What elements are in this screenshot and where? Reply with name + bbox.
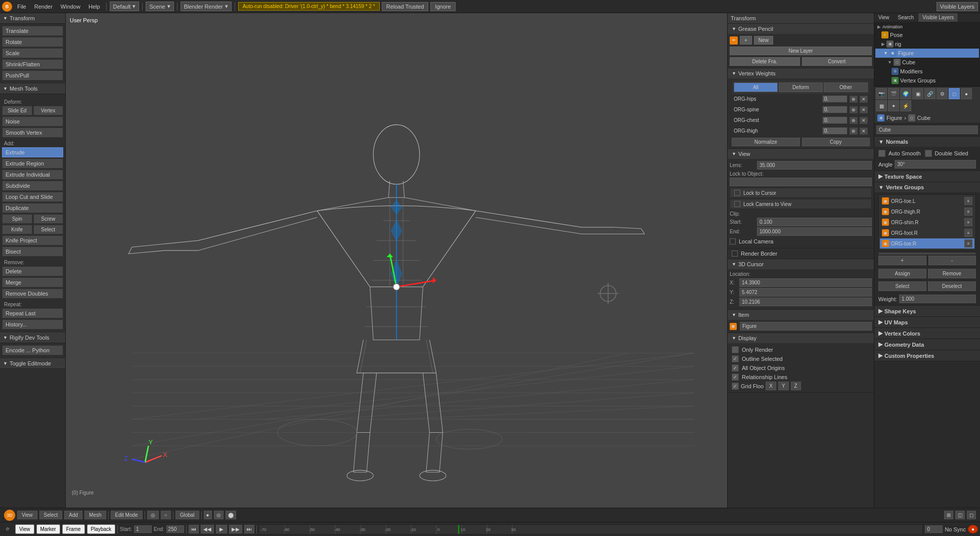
remove-doubles-btn[interactable]: Remove Doubles	[2, 288, 63, 299]
grease-pencil-header[interactable]: ▼ Grease Pencil	[728, 24, 874, 34]
timeline-marker-btn[interactable]: Marker	[36, 524, 60, 534]
shrink-flatten-btn[interactable]: Shrink/Flatten	[2, 59, 63, 69]
cursor-x-input[interactable]	[739, 278, 872, 287]
merge-btn[interactable]: Merge	[2, 277, 63, 287]
gp-new-btn[interactable]: New	[754, 36, 773, 45]
view-section-header[interactable]: ▼ View	[728, 149, 874, 159]
timeline-view-btn[interactable]: View	[15, 524, 34, 534]
shape-keys-header[interactable]: ▶ Shape Keys	[874, 306, 980, 316]
renderer-selector[interactable]: Blender Render ▾	[181, 2, 232, 11]
item-header[interactable]: ▼ Item	[728, 310, 874, 320]
noise-btn[interactable]: Noise	[2, 116, 63, 127]
vg-remove-btn[interactable]: -	[928, 256, 976, 265]
outliner-vertex-groups[interactable]: ▣ Vertex Groups	[875, 76, 979, 85]
menu-render[interactable]: Render	[31, 3, 56, 11]
snap-btn[interactable]: ⊞	[944, 511, 953, 519]
mesh-tools-section-header[interactable]: ▼ Mesh Tools	[0, 84, 65, 94]
scale-btn[interactable]: Scale	[2, 48, 63, 58]
vw-chest-btn1[interactable]: ⊕	[850, 117, 858, 124]
extrude-region-btn[interactable]: Extrude Region	[2, 158, 63, 169]
geometry-data-header[interactable]: ▶ Geometry Data	[874, 339, 980, 350]
duplicate-btn[interactable]: Duplicate	[2, 203, 63, 213]
pivot-btn[interactable]: ◎	[147, 511, 159, 519]
grid-y-btn[interactable]: Y	[778, 382, 789, 390]
weight-input[interactable]	[899, 295, 976, 303]
visible-layers[interactable]: Visible Layers	[937, 2, 978, 11]
rotate-btn[interactable]: Rotate	[2, 37, 63, 47]
prop-icon-render[interactable]: 📷	[876, 88, 887, 99]
uv-maps-header[interactable]: ▶ UV Maps	[874, 317, 980, 327]
smooth-vertex-btn[interactable]: Smooth Vertex	[2, 128, 63, 138]
engine-selector[interactable]: Default ▾	[110, 2, 140, 11]
prop-icon-data[interactable]: ◻	[949, 88, 960, 99]
vw-tab-all[interactable]: All	[734, 83, 778, 92]
timeline-playback-btn[interactable]: Playback	[87, 524, 116, 534]
overlay-btn[interactable]: ◫	[955, 511, 965, 519]
outliner-animation[interactable]: ▶ Animation	[875, 23, 979, 30]
play-btn[interactable]: ▶	[216, 525, 227, 533]
vw-thigh-btn1[interactable]: ⊕	[850, 128, 858, 135]
outliner-figure[interactable]: ▼ ▣ Figure	[875, 49, 979, 58]
custom-properties-header[interactable]: ▶ Custom Properties	[874, 350, 980, 361]
mesh-menu-btn[interactable]: Mesh	[84, 511, 106, 519]
vg-select-btn[interactable]: Select	[878, 281, 926, 291]
transform-global-btn[interactable]: Global	[175, 511, 199, 519]
prev-keyframe-btn[interactable]: ◀◀	[201, 525, 214, 533]
vg-thigh-r-select-btn[interactable]: ≡	[964, 208, 972, 216]
scene-selector[interactable]: Scene ▾	[146, 2, 173, 11]
delete-btn[interactable]: Delete	[2, 266, 63, 276]
vertex-btn[interactable]: Vertex	[33, 106, 64, 115]
vw-chest-value[interactable]	[822, 116, 848, 124]
end-value-input[interactable]	[166, 525, 184, 533]
vw-hips-value[interactable]	[822, 95, 848, 103]
repeat-last-btn[interactable]: Repeat Last	[2, 308, 63, 318]
select-btn[interactable]: Select	[33, 225, 64, 234]
next-keyframe-btn[interactable]: ▶▶	[229, 525, 242, 533]
extrude-btn[interactable]: Extrude	[2, 147, 63, 157]
relationship-lines-check[interactable]	[732, 374, 739, 381]
vw-hips-btn1[interactable]: ⊕	[850, 96, 858, 103]
view-menu-btn[interactable]: View	[17, 511, 37, 519]
edge-mode-btn[interactable]: ⬤	[226, 511, 236, 519]
outliner-tab-view[interactable]: View	[874, 13, 894, 22]
select-menu-btn[interactable]: Select	[39, 511, 63, 519]
all-object-origins-check[interactable]	[732, 364, 739, 372]
clip-end-input[interactable]	[757, 227, 872, 236]
subdivide-btn[interactable]: Subdivide	[2, 181, 63, 191]
vg-shin-r[interactable]: ▣ ORG-shin.R ≡	[880, 217, 974, 227]
vertex-colors-header[interactable]: ▶ Vertex Colors	[874, 328, 980, 339]
texture-space-header[interactable]: ▶ Texture Space	[874, 171, 980, 182]
knife-project-btn[interactable]: Knife Project	[2, 235, 63, 245]
outliner-cube[interactable]: ▼ ◻ Cube	[875, 58, 979, 67]
history-btn[interactable]: History...	[2, 319, 63, 329]
outliner-pose[interactable]: P Pose	[875, 30, 979, 39]
edit-mode-selector[interactable]: Edit Mode	[111, 511, 143, 519]
vg-toe-r-select-btn[interactable]: ≡	[964, 239, 972, 248]
prop-icon-texture[interactable]: ▦	[876, 100, 887, 111]
3d-viewport[interactable]: User Persp	[66, 13, 727, 508]
lock-object-input[interactable]	[730, 178, 872, 186]
convert-btn[interactable]: Convert	[802, 57, 872, 66]
reload-trusted-button[interactable]: Reload Trusted	[382, 2, 429, 11]
vw-spine-value[interactable]	[822, 106, 848, 113]
proportional-btn[interactable]: ○	[161, 511, 171, 519]
draw-mode-btn[interactable]: ●	[204, 511, 212, 519]
xray-btn[interactable]: ◻	[967, 511, 976, 519]
vg-foot-r[interactable]: ▣ ORG-foot.R ≡	[880, 228, 974, 238]
encode-python-btn[interactable]: Encode ... Python	[2, 345, 63, 355]
lock-cursor-btn[interactable]: Lock to Cursor	[730, 188, 872, 198]
jump-start-btn[interactable]: ⏮	[189, 525, 199, 533]
slide-ed-btn[interactable]: Slide Ed	[2, 106, 32, 115]
vg-toe-l[interactable]: ▣ ORG-toe.L ≡	[880, 196, 974, 206]
vg-shin-r-select-btn[interactable]: ≡	[964, 218, 972, 226]
screw-btn[interactable]: Screw	[33, 214, 64, 224]
translate-btn[interactable]: Translate	[2, 26, 63, 36]
prop-icon-object[interactable]: ▣	[912, 88, 923, 99]
vw-thigh-btn2[interactable]: ✕	[860, 128, 868, 135]
toggle-editmode-header[interactable]: ▼ Toggle Editmode	[0, 358, 65, 369]
current-frame-input[interactable]	[925, 525, 943, 533]
cursor-y-input[interactable]	[739, 288, 872, 297]
outliner-modifiers[interactable]: ⚙ Modifiers	[875, 67, 979, 76]
add-menu-btn[interactable]: Add	[64, 511, 82, 519]
vg-deselect-btn[interactable]: Deselect	[928, 281, 976, 291]
